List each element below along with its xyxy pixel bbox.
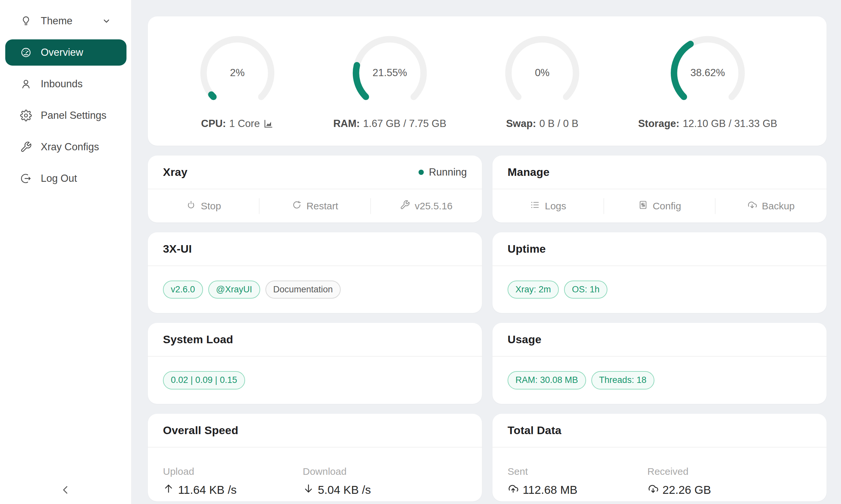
gauge-swap-ring: 0% bbox=[502, 33, 582, 113]
gauge-cpu-label: CPU: 1 Core bbox=[201, 118, 274, 130]
logs-button[interactable]: Logs bbox=[493, 189, 604, 222]
xui-card: 3X-UI v2.6.0 @XrayUI Documentation bbox=[148, 232, 482, 313]
backup-button[interactable]: Backup bbox=[715, 189, 826, 222]
wrench-icon bbox=[20, 141, 32, 153]
gauge-ram: 21.55% RAM: 1.67 GB / 7.75 GB bbox=[333, 33, 446, 130]
received-value: 22.26 GB bbox=[648, 483, 787, 497]
gauge-cpu-ring: 2% bbox=[197, 33, 278, 113]
xray-card-actions: Stop Restart v25.5.16 bbox=[148, 189, 482, 222]
gauge-storage-percent: 38.62% bbox=[690, 67, 725, 79]
config-button[interactable]: Config bbox=[604, 189, 715, 222]
upload-metric: Upload 11.64 KB /s bbox=[163, 466, 303, 501]
overall-speed-card-title: Overall Speed bbox=[163, 424, 238, 437]
app-root: Theme Overview Inbounds bbox=[0, 0, 841, 504]
ram-usage-badge: RAM: 30.08 MB bbox=[508, 371, 586, 390]
gauge-cpu: 2% CPU: 1 Core bbox=[197, 33, 278, 130]
sidebar-collapse-button[interactable] bbox=[0, 480, 131, 500]
manage-card-title: Manage bbox=[508, 166, 550, 179]
chevron-left-icon bbox=[60, 484, 71, 497]
cloud-download-icon bbox=[747, 200, 757, 212]
power-icon bbox=[186, 200, 196, 212]
lightbulb-icon bbox=[20, 15, 32, 27]
sidebar-item-label: Panel Settings bbox=[41, 110, 106, 121]
system-load-card-header: System Load bbox=[148, 323, 482, 357]
gauge-swap-percent: 0% bbox=[535, 67, 550, 79]
sidebar-item-inbounds[interactable]: Inbounds bbox=[5, 71, 126, 97]
uptime-card-body: Xray: 2m OS: 1h bbox=[493, 266, 826, 313]
received-metric: Received 22.26 GB bbox=[648, 466, 787, 501]
sidebar-menu: Theme Overview Inbounds bbox=[0, 0, 131, 192]
system-load-card-body: 0.02 | 0.09 | 0.15 bbox=[148, 357, 482, 404]
system-load-card: System Load 0.02 | 0.09 | 0.15 bbox=[148, 323, 482, 404]
arrow-down-icon bbox=[303, 483, 314, 497]
xray-uptime-badge: Xray: 2m bbox=[508, 281, 559, 299]
version-badge[interactable]: v2.6.0 bbox=[163, 281, 203, 299]
main-content: 2% CPU: 1 Core 21.55% bbox=[132, 0, 841, 504]
uptime-card: Uptime Xray: 2m OS: 1h bbox=[493, 232, 826, 313]
xray-card-header: Xray Running bbox=[148, 156, 482, 189]
sliders-icon bbox=[638, 200, 648, 212]
upload-value: 11.64 KB /s bbox=[163, 483, 303, 497]
usage-card-body: RAM: 30.08 MB Threads: 18 bbox=[493, 357, 826, 404]
uptime-card-header: Uptime bbox=[493, 232, 826, 266]
sidebar-item-overview[interactable]: Overview bbox=[5, 39, 126, 66]
manage-card: Manage Logs Config bbox=[493, 156, 826, 222]
download-metric: Download 5.04 KB /s bbox=[303, 466, 443, 501]
manage-card-actions: Logs Config Backup bbox=[493, 189, 826, 222]
gauge-cpu-percent: 2% bbox=[230, 67, 245, 79]
sidebar-item-log-out[interactable]: Log Out bbox=[5, 165, 126, 192]
gauge-swap: 0% Swap: 0 B / 0 B bbox=[502, 33, 582, 130]
download-value: 5.04 KB /s bbox=[303, 483, 443, 497]
stop-button[interactable]: Stop bbox=[148, 189, 259, 222]
sidebar-item-label: Overview bbox=[41, 47, 83, 58]
user-icon bbox=[20, 78, 32, 90]
cloud-upload-icon bbox=[508, 483, 519, 497]
overall-speed-metrics: Upload 11.64 KB /s Download bbox=[148, 448, 482, 501]
wrench-icon bbox=[400, 200, 410, 212]
sidebar-item-label: Log Out bbox=[41, 173, 77, 184]
restart-button[interactable]: Restart bbox=[259, 189, 371, 222]
gauge-storage-label: Storage: 12.10 GB / 31.33 GB bbox=[638, 118, 777, 130]
status-dot bbox=[418, 169, 424, 175]
logout-icon bbox=[20, 172, 32, 185]
usage-card-header: Usage bbox=[493, 323, 826, 357]
gauge-ram-percent: 21.55% bbox=[373, 67, 407, 79]
list-icon bbox=[530, 200, 540, 212]
restart-icon bbox=[292, 200, 302, 212]
threads-badge: Threads: 18 bbox=[591, 371, 654, 390]
area-chart-icon[interactable] bbox=[263, 119, 274, 129]
xui-card-body: v2.6.0 @XrayUI Documentation bbox=[148, 266, 482, 313]
sent-value: 112.68 MB bbox=[508, 483, 648, 497]
cloud-download-icon bbox=[648, 483, 659, 497]
overall-speed-card: Overall Speed Upload 11.64 KB /s Downl bbox=[148, 414, 482, 501]
total-data-card-title: Total Data bbox=[508, 424, 562, 437]
usage-card: Usage RAM: 30.08 MB Threads: 18 bbox=[493, 323, 826, 404]
sidebar-item-label: Xray Configs bbox=[41, 141, 99, 153]
sidebar-item-label: Inbounds bbox=[41, 78, 83, 90]
sidebar-item-panel-settings[interactable]: Panel Settings bbox=[5, 102, 126, 129]
os-uptime-badge: OS: 1h bbox=[564, 281, 607, 299]
sidebar-item-label: Theme bbox=[41, 15, 72, 27]
xray-card: Xray Running Stop bbox=[148, 156, 482, 222]
uptime-card-title: Uptime bbox=[508, 242, 546, 255]
load-average-badge: 0.02 | 0.09 | 0.15 bbox=[163, 371, 245, 390]
gauge-storage-ring: 38.62% bbox=[668, 33, 748, 113]
overall-speed-card-header: Overall Speed bbox=[148, 414, 482, 448]
telegram-badge[interactable]: @XrayUI bbox=[208, 281, 260, 299]
gauge-ram-ring: 21.55% bbox=[349, 33, 430, 113]
gauge-ram-label: RAM: 1.67 GB / 7.75 GB bbox=[333, 118, 446, 130]
total-data-card-header: Total Data bbox=[493, 414, 826, 448]
sidebar: Theme Overview Inbounds bbox=[0, 0, 132, 504]
received-label: Received bbox=[648, 466, 787, 477]
xray-version-button[interactable]: v25.5.16 bbox=[371, 189, 482, 222]
gear-icon bbox=[20, 109, 32, 122]
upload-label: Upload bbox=[163, 466, 303, 477]
documentation-badge[interactable]: Documentation bbox=[265, 281, 341, 299]
sent-metric: Sent 112.68 MB bbox=[508, 466, 648, 501]
sidebar-item-theme[interactable]: Theme bbox=[5, 8, 126, 34]
total-data-card: Total Data Sent 112.68 MB Received bbox=[493, 414, 826, 501]
sidebar-item-xray-configs[interactable]: Xray Configs bbox=[5, 134, 126, 160]
status-label: Running bbox=[429, 166, 467, 178]
dashboard-icon bbox=[20, 46, 32, 59]
sent-label: Sent bbox=[508, 466, 648, 477]
